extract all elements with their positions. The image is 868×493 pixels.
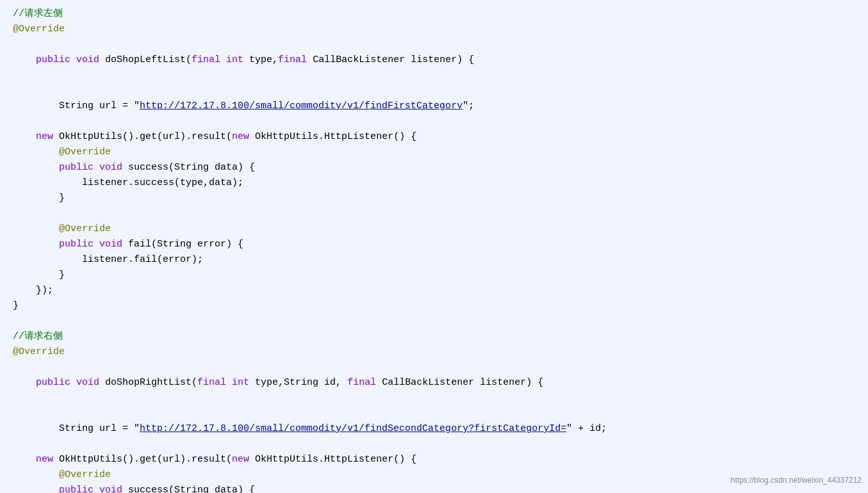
string-after-1: "; (463, 101, 474, 111)
comment-left: //请求左侧 (13, 6, 855, 22)
keyword-public-1: public void (36, 54, 105, 65)
fail-method-1: public void fail(String error) { (13, 237, 855, 252)
new-okhttp-2: new OkHttpUtils().get(url).result(new Ok… (13, 452, 855, 467)
annotation-5: @Override (13, 467, 855, 483)
keyword-public-3: public void (59, 239, 122, 250)
keyword-public-4: public void (36, 377, 105, 388)
blank-section (13, 314, 855, 329)
keyword-final-1: final int (192, 54, 243, 65)
url-line-2: String url = "http://172.17.8.100/small/… (13, 406, 855, 452)
method-name-1: doShopLeftList( (105, 54, 192, 65)
annotation-1: @Override (13, 22, 855, 37)
keyword-public-5: public void (59, 485, 122, 493)
method-signature-1: public void doShopLeftList(final int typ… (13, 37, 855, 83)
keyword-final-2: final (278, 54, 307, 65)
annotation-3: @Override (13, 222, 855, 237)
success-method-1: public void success(String data) { (13, 160, 855, 175)
close-brace-2: } (13, 268, 855, 283)
keyword-new-1: new (36, 131, 53, 142)
keyword-final-3: final int (197, 377, 249, 388)
blank-1 (13, 206, 855, 222)
keyword-new-3: new (36, 454, 53, 465)
string-before-1: String url = " (36, 101, 140, 111)
params-4: CallBackListener listener) { (376, 377, 543, 388)
string-after-2: " + id; (566, 423, 607, 434)
watermark: https://blog.csdn.net/weixin_44337212 (731, 474, 862, 487)
params-2: CallBackListener listener) { (307, 54, 474, 65)
comment-right: //请求右侧 (13, 329, 855, 344)
annotation-2: @Override (13, 145, 855, 160)
keyword-new-4: new (232, 454, 249, 465)
url-link-2: http://172.17.8.100/small/commodity/v1/f… (140, 423, 566, 434)
keyword-final-4: final (347, 377, 376, 388)
close-paren-1: }); (13, 283, 855, 298)
params-1: type, (243, 54, 278, 65)
string-before-2: String url = " (36, 423, 140, 434)
close-brace-1: } (13, 191, 855, 206)
new-okhttp-1: new OkHttpUtils().get(url).result(new Ok… (13, 129, 855, 145)
annotation-4: @Override (13, 344, 855, 360)
listener-success-1: listener.success(type,data); (13, 175, 855, 191)
url-line-1: String url = "http://172.17.8.100/small/… (13, 83, 855, 129)
code-container: //请求左侧 @Override public void doShopLeftL… (0, 0, 868, 493)
close-brace-3: } (13, 298, 855, 314)
keyword-new-2: new (232, 131, 249, 142)
success-method-2: public void success(String data) { (13, 483, 855, 493)
method-signature-2: public void doShopRightList(final int ty… (13, 360, 855, 406)
url-link-1: http://172.17.8.100/small/commodity/v1/f… (140, 101, 463, 111)
listener-fail-1: listener.fail(error); (13, 252, 855, 268)
keyword-public-2: public void (59, 162, 122, 173)
method-name-2: doShopRightList( (105, 377, 197, 388)
params-3: type,String id, (249, 377, 347, 388)
